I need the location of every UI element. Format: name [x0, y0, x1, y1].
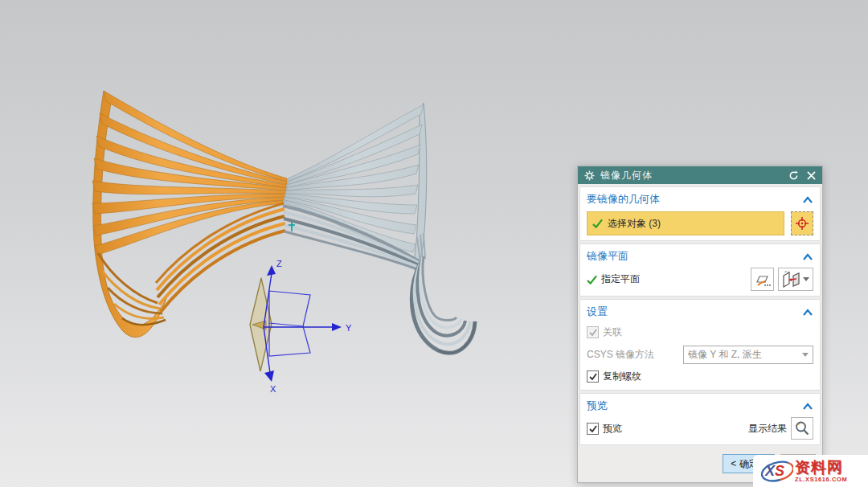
collapse-chevron-icon[interactable] — [802, 403, 813, 410]
select-object-row[interactable]: 选择对象 (3) — [587, 211, 784, 235]
section-header[interactable]: 镜像平面 — [587, 246, 813, 268]
section-mirror-geometry: 要镜像的几何体 选择对象 (3) — [579, 186, 821, 241]
copy-thread-label: 复制螺纹 — [603, 370, 641, 383]
csys-method-label: CSYS 镜像方法 — [587, 348, 654, 362]
collapse-chevron-icon[interactable] — [802, 196, 813, 203]
magnifier-icon — [794, 420, 810, 436]
xs-logo-icon: X S — [755, 456, 793, 485]
collapse-chevron-icon[interactable] — [802, 253, 813, 260]
reset-icon[interactable] — [787, 169, 800, 182]
select-object-label: 选择对象 (3) — [608, 217, 661, 231]
z-axis-label: Z — [276, 259, 282, 268]
gear-icon — [583, 169, 596, 182]
plane-dialog-button[interactable] — [751, 268, 774, 291]
csys-method-dropdown[interactable]: 镜像 Y 和 Z, 派生 — [683, 346, 813, 364]
cad-viewport: Z Y X 镜像几何体 要镜像的几何体 — [0, 0, 868, 487]
collapse-chevron-icon[interactable] — [802, 309, 813, 316]
y-axis-label: Y — [346, 323, 352, 333]
logo-x: X — [764, 463, 776, 479]
dialog-titlebar[interactable]: 镜像几何体 — [578, 166, 822, 184]
associative-label: 关联 — [603, 325, 622, 339]
copy-thread-checkbox[interactable] — [587, 370, 599, 383]
show-result-button[interactable] — [791, 417, 813, 440]
check-icon — [587, 275, 597, 284]
associative-checkbox — [587, 326, 599, 338]
show-result-label: 显示结果 — [748, 422, 787, 436]
section-title: 镜像平面 — [587, 249, 628, 264]
watermark: X S 资料网 ZL.XS1616.COM — [753, 455, 868, 487]
dropdown-caret-icon — [802, 353, 809, 357]
preview-label: 预览 — [603, 422, 622, 436]
check-mark-icon — [589, 373, 597, 380]
section-header[interactable]: 预览 — [587, 395, 813, 417]
dialog-title: 镜像几何体 — [600, 169, 782, 182]
specify-plane-label: 指定平面 — [601, 272, 640, 286]
section-mirror-plane: 镜像平面 指定平面 — [579, 244, 821, 297]
select-target-button[interactable] — [791, 211, 813, 235]
mirror-plane-icon — [782, 271, 801, 289]
x-axis-label: X — [270, 384, 276, 394]
plane-icon — [755, 272, 771, 288]
section-settings: 设置 关联 CSYS 镜像方法 镜像 Y 和 Z, 派生 — [579, 299, 821, 391]
section-title: 设置 — [587, 305, 608, 319]
section-preview: 预览 预览 显示结果 — [579, 393, 821, 445]
logo-s: S — [775, 463, 784, 479]
section-title: 预览 — [587, 399, 608, 413]
check-mark-icon — [589, 425, 597, 432]
csys-method-value: 镜像 Y 和 Z, 派生 — [688, 348, 762, 362]
csys-wireframe — [269, 291, 310, 356]
model-mirror-gray — [283, 103, 475, 353]
dropdown-caret-icon[interactable] — [803, 277, 809, 281]
check-mark-icon — [589, 329, 597, 336]
section-header[interactable]: 要镜像的几何体 — [587, 189, 813, 211]
mirror-plane-option-button[interactable] — [778, 268, 813, 291]
watermark-site-name: 资料网 — [795, 460, 847, 475]
section-title: 要镜像的几何体 — [587, 192, 660, 207]
mirror-geometry-dialog: 镜像几何体 要镜像的几何体 选择对象 (3) — [577, 166, 823, 483]
check-icon — [592, 219, 603, 228]
watermark-site-url: ZL.XS1616.COM — [795, 477, 847, 483]
section-header[interactable]: 设置 — [587, 301, 813, 323]
close-icon[interactable] — [805, 169, 817, 182]
preview-checkbox[interactable] — [587, 423, 599, 435]
crosshair-icon — [795, 216, 809, 231]
